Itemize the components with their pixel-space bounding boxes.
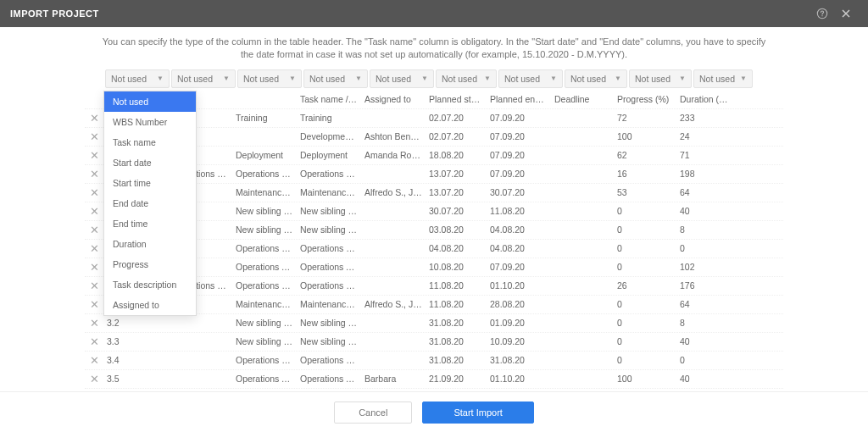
cell: Barbara <box>361 374 426 384</box>
cell: 18.08.20 <box>426 150 487 160</box>
cell: 72 <box>614 113 676 123</box>
delete-row-icon[interactable]: ✕ <box>85 299 103 310</box>
dropdown-item[interactable]: Not used <box>104 91 196 112</box>
cell: 198 <box>676 169 736 179</box>
column-select-4[interactable]: Not used▼ <box>370 69 434 88</box>
cell: 11.08.20 <box>426 299 487 309</box>
start-import-button[interactable]: Start Import <box>422 402 533 424</box>
cell: 01.10.20 <box>487 280 551 291</box>
dropdown-item[interactable]: Progress <box>104 254 196 274</box>
column-select-9[interactable]: Not used▼ <box>693 69 753 88</box>
dropdown-item[interactable]: Task description <box>104 274 196 295</box>
cell: Training <box>232 113 297 123</box>
cancel-button[interactable]: Cancel <box>334 402 412 424</box>
cell: 3.5 <box>103 374 168 384</box>
modal-header: IMPORT PROJECT <box>0 0 868 27</box>
cell: 102 <box>676 262 736 272</box>
column-select-2[interactable]: Not used▼ <box>237 69 302 88</box>
delete-row-icon[interactable]: ✕ <box>85 262 103 273</box>
delete-row-icon[interactable]: ✕ <box>85 169 103 180</box>
cell: Task name / Title <box>297 94 361 104</box>
cell: 3.3 <box>103 336 168 346</box>
cell: 0 <box>614 355 676 365</box>
cell: 64 <box>676 299 736 309</box>
help-icon[interactable] <box>810 2 834 25</box>
cell: 31.08.20 <box>426 318 487 328</box>
column-select-8[interactable]: Not used▼ <box>629 69 692 88</box>
cell: 01.09.20 <box>487 318 551 328</box>
cell: 71 <box>676 150 736 160</box>
cell: New sibling task <box>232 206 297 216</box>
dropdown-item[interactable]: Start date <box>104 152 196 173</box>
column-select-7[interactable]: Not used▼ <box>565 69 627 88</box>
cell: Operations & Mainte <box>297 280 361 291</box>
delete-row-icon[interactable]: ✕ <box>85 206 103 217</box>
delete-row-icon[interactable]: ✕ <box>85 280 103 291</box>
dropdown-item[interactable]: Task name <box>104 132 196 152</box>
delete-row-icon[interactable]: ✕ <box>85 355 103 366</box>
cell: 40 <box>676 336 736 346</box>
dropdown-item[interactable]: Assigned to <box>104 295 196 315</box>
import-project-modal: IMPORT PROJECT You can specify the type … <box>0 0 868 432</box>
delete-row-icon[interactable]: ✕ <box>85 187 103 198</box>
cell: 0 <box>614 262 676 272</box>
column-select-3[interactable]: Not used▼ <box>303 69 368 88</box>
cell: 04.08.20 <box>426 243 487 253</box>
dropdown-item[interactable]: Duration <box>104 234 196 254</box>
chevron-down-icon: ▼ <box>550 75 557 82</box>
table-area: × Not used▼Not used▼Not used▼Not used▼No… <box>0 67 868 391</box>
cell: 31.08.20 <box>426 336 487 346</box>
delete-row-icon[interactable]: ✕ <box>85 318 103 329</box>
cell: New sibling task <box>297 336 361 346</box>
cell: Maintenance Activiti <box>232 299 297 309</box>
cell: 8 <box>676 224 736 235</box>
delete-row-icon[interactable]: ✕ <box>85 243 103 254</box>
cell: Amanda Roberts <box>361 150 426 160</box>
dropdown-item[interactable]: End date <box>104 193 196 213</box>
delete-row-icon[interactable]: ✕ <box>85 113 103 124</box>
close-icon[interactable] <box>834 2 858 25</box>
cell: 64 <box>676 187 736 197</box>
column-select-5[interactable]: Not used▼ <box>436 69 497 88</box>
dropdown-item[interactable]: Start time <box>104 173 196 193</box>
cell: 30.07.20 <box>426 206 487 216</box>
delete-row-icon[interactable]: ✕ <box>85 224 103 235</box>
delete-row-icon[interactable]: ✕ <box>85 150 103 161</box>
cell: 24 <box>676 131 736 141</box>
cell: Duration (hours) <box>676 94 736 104</box>
column-type-dropdown[interactable]: Not usedWBS NumberTask nameStart dateSta… <box>103 91 197 316</box>
cell: Planned start date <box>426 94 487 104</box>
cell: 176 <box>676 280 736 291</box>
cell: 8 <box>676 318 736 328</box>
column-select-6[interactable]: Not used▼ <box>498 69 563 88</box>
cell: Development/Impler <box>297 131 361 141</box>
cell: Operations & Mainte <box>232 169 297 179</box>
cell: 53 <box>614 187 676 197</box>
cell: Operations & Mainte <box>232 243 297 253</box>
column-select-0[interactable]: Not used▼ <box>105 69 170 88</box>
cell: 11.08.20 <box>426 280 487 291</box>
table-row: ✕3.4Operations & MainteOperations & Main… <box>85 352 783 370</box>
description-text: You can specify the type of the column i… <box>0 27 868 67</box>
cell: 0 <box>614 299 676 309</box>
dropdown-item[interactable]: WBS Number <box>104 112 196 132</box>
chevron-down-icon: ▼ <box>355 75 362 82</box>
cell: 0 <box>614 224 676 235</box>
dropdown-item[interactable]: End time <box>104 213 196 234</box>
cell: New sibling task <box>232 224 297 235</box>
cell: Operations & Mainte <box>297 355 361 365</box>
cell: 3.2 <box>103 318 168 328</box>
column-select-1[interactable]: Not used▼ <box>171 69 236 88</box>
cell: Progress (%) <box>614 94 676 104</box>
cell: Ashton Bennett <box>361 131 426 141</box>
modal-title: IMPORT PROJECT <box>10 8 810 19</box>
svg-point-1 <box>821 15 822 16</box>
table-row: ✕3.5Operations ActivitiesOperations Acti… <box>85 370 783 389</box>
delete-row-icon[interactable]: ✕ <box>85 374 103 385</box>
delete-row-icon[interactable]: ✕ <box>85 131 103 142</box>
cell: Maintenance Activiti <box>297 187 361 197</box>
cell: 10.08.20 <box>426 262 487 272</box>
chevron-down-icon: ▼ <box>615 75 621 82</box>
delete-row-icon[interactable]: ✕ <box>85 336 103 347</box>
chevron-down-icon: ▼ <box>223 75 230 82</box>
